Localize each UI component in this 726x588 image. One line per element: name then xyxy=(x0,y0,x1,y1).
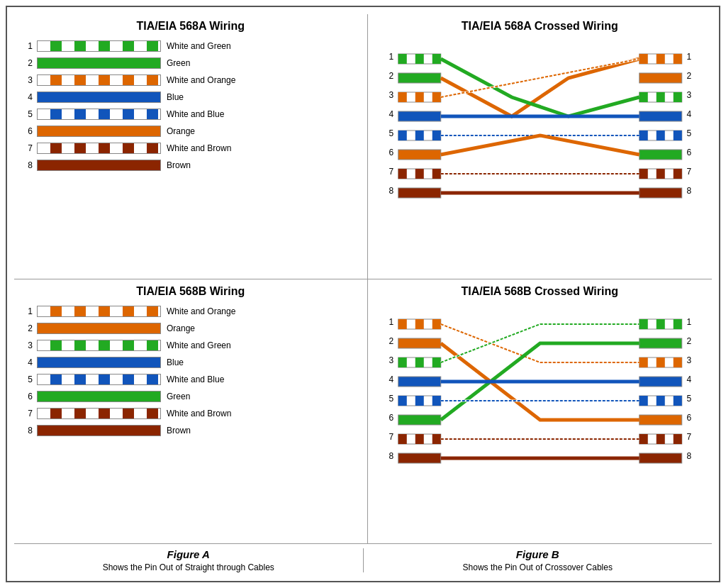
svg-rect-99 xyxy=(656,434,664,444)
wire-row-8b: 8 Brown xyxy=(23,423,359,438)
left-pin-5a: 5 xyxy=(389,128,393,138)
wire-bar-1b xyxy=(37,306,161,317)
svg-rect-2 xyxy=(415,54,423,64)
wire-num-4a: 4 xyxy=(23,92,33,102)
wire-row-3a: 3 White and Orange xyxy=(23,72,359,88)
svg-rect-28 xyxy=(673,92,681,102)
svg-text:3: 3 xyxy=(686,355,691,365)
svg-rect-78 xyxy=(398,434,406,444)
wire-num-3a: 3 xyxy=(23,75,33,85)
right-pin-6a: 6 xyxy=(686,148,691,157)
wire-num-5b: 5 xyxy=(23,375,33,384)
svg-text:8: 8 xyxy=(389,451,393,461)
svg-text:7: 7 xyxy=(389,432,393,442)
figure-a-cell: Figure A Shows the Pin Out of Straight t… xyxy=(14,548,364,572)
wire-row-1b: 1 White and Orange xyxy=(23,304,359,319)
wire-bar-6b xyxy=(37,391,161,402)
wire-row-4b: 4 Blue xyxy=(23,355,359,370)
svg-rect-66 xyxy=(398,338,440,348)
svg-text:1: 1 xyxy=(686,317,691,327)
wire-num-7b: 7 xyxy=(23,409,33,418)
svg-rect-86 xyxy=(639,338,681,348)
wire-bar-7b xyxy=(37,408,161,419)
wire-row-8a: 8 Brown xyxy=(23,157,359,173)
svg-rect-101 xyxy=(639,453,681,463)
left-pin-6a: 6 xyxy=(389,148,393,157)
left-pin-8a: 8 xyxy=(389,186,393,196)
svg-rect-29 xyxy=(639,111,681,121)
svg-rect-70 xyxy=(432,357,440,367)
right-pin-4a: 4 xyxy=(686,109,691,119)
568b-crossed-title: TIA/EIA 568B Crossed Wiring xyxy=(372,285,708,298)
wire-bar-3a xyxy=(37,74,161,86)
svg-rect-100 xyxy=(673,434,681,444)
568a-crossed-title: TIA/EIA 568A Crossed Wiring xyxy=(372,20,708,33)
figure-a-desc: Shows the Pin Out of Straight through Ca… xyxy=(103,562,274,572)
wire-label-5a: White and Blue xyxy=(167,109,224,119)
svg-rect-36 xyxy=(639,169,647,179)
svg-rect-73 xyxy=(398,396,406,406)
svg-rect-9 xyxy=(398,111,440,121)
figure-b-cell: Figure B Shows the Pin Out of Crossover … xyxy=(364,548,713,572)
wire-label-5b: White and Blue xyxy=(167,375,224,384)
svg-rect-88 xyxy=(639,357,647,367)
wire-bar-4a xyxy=(37,91,161,103)
svg-rect-68 xyxy=(398,357,406,367)
wire-bar-2b xyxy=(37,323,161,334)
wire-row-2a: 2 Green xyxy=(23,55,359,71)
svg-text:5: 5 xyxy=(389,394,393,404)
left-pin-1a: 1 xyxy=(389,52,393,62)
wire-row-7b: 7 White and Brown xyxy=(23,406,359,421)
right-pin-3a: 3 xyxy=(686,90,691,100)
right-pin-5a: 5 xyxy=(686,128,691,138)
svg-text:2: 2 xyxy=(686,336,691,346)
svg-text:2: 2 xyxy=(389,336,393,346)
wire-num-8a: 8 xyxy=(23,160,33,170)
wire-label-4b: Blue xyxy=(167,357,184,367)
wire-label-6b: Green xyxy=(167,392,190,401)
wire-row-6a: 6 Orange xyxy=(23,123,359,139)
svg-rect-14 xyxy=(398,150,440,160)
568b-title: TIA/EIA 568B Wiring xyxy=(23,285,359,298)
svg-rect-6 xyxy=(398,92,406,102)
svg-text:6: 6 xyxy=(686,413,691,423)
svg-rect-23 xyxy=(673,54,681,64)
svg-rect-39 xyxy=(639,188,681,198)
568a-wire-list: 1 White and Green 2 Green 3 White and Or… xyxy=(23,38,359,173)
svg-rect-27 xyxy=(656,92,664,102)
figure-b-desc: Shows the Pin Out of Crossover Cables xyxy=(463,562,613,572)
svg-rect-22 xyxy=(656,54,664,64)
wire-row-5b: 5 White and Blue xyxy=(23,372,359,387)
svg-rect-94 xyxy=(656,396,664,406)
svg-text:1: 1 xyxy=(389,317,393,327)
wire-bar-4b xyxy=(37,357,161,368)
wire-bar-1a xyxy=(37,40,161,52)
wire-num-5a: 5 xyxy=(23,109,33,119)
wire-label-8a: Brown xyxy=(167,160,191,170)
svg-text:6: 6 xyxy=(389,413,393,423)
wire-row-4a: 4 Blue xyxy=(23,89,359,105)
svg-rect-65 xyxy=(432,319,440,329)
svg-rect-83 xyxy=(639,319,647,329)
svg-rect-85 xyxy=(673,319,681,329)
svg-rect-13 xyxy=(432,131,440,140)
568b-crossed-svg: 1 2 3 4 5 6 7 8 1 2 3 4 5 6 7 8 xyxy=(372,304,708,467)
svg-text:8: 8 xyxy=(686,451,691,461)
wire-row-6b: 6 Green xyxy=(23,389,359,404)
svg-rect-32 xyxy=(656,131,664,140)
figure-a-name: Figure A xyxy=(167,548,210,560)
wire-num-1a: 1 xyxy=(23,41,33,51)
main-container: TIA/EIA 568A Wiring 1 White and Green 2 … xyxy=(6,6,720,582)
svg-rect-69 xyxy=(415,357,423,367)
svg-rect-19 xyxy=(398,188,440,198)
wire-label-3a: White and Orange xyxy=(167,75,235,85)
svg-rect-3 xyxy=(432,54,440,64)
figure-b-name: Figure B xyxy=(516,548,559,560)
svg-rect-38 xyxy=(673,169,681,179)
left-pin-4a: 4 xyxy=(389,109,393,119)
svg-rect-63 xyxy=(398,319,406,329)
wire-num-2b: 2 xyxy=(23,323,33,333)
wire-bar-3b xyxy=(37,340,161,351)
left-pin-2a: 2 xyxy=(389,71,393,81)
svg-rect-81 xyxy=(398,453,440,463)
